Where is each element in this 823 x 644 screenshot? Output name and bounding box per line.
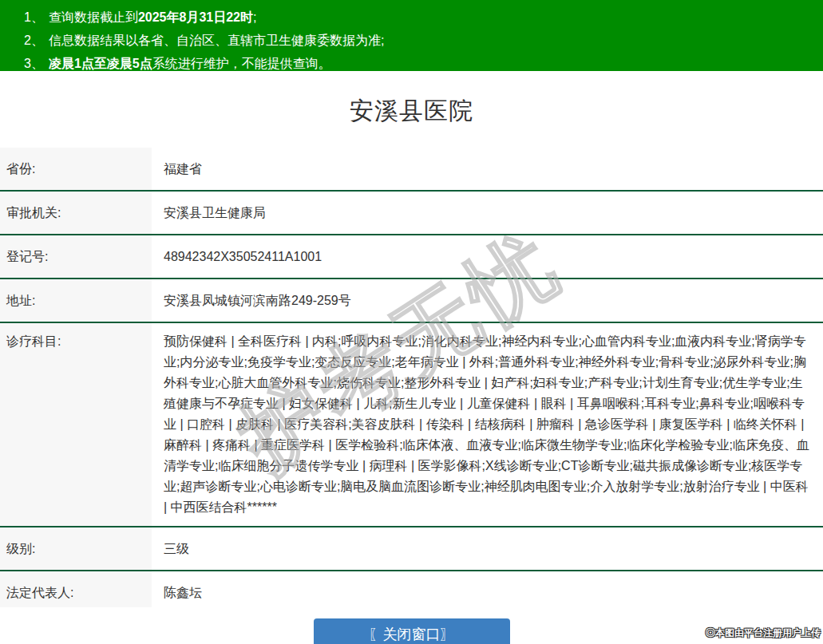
- row-value: 安溪县卫生健康局: [152, 191, 823, 235]
- notice-number: 2、: [24, 34, 49, 47]
- notice-text: 信息数据结果以各省、自治区、直辖市卫生健康委数据为准;: [49, 34, 384, 47]
- notice-banner: 1、查询数据截止到2025年8月31日22时; 2、信息数据结果以各省、自治区、…: [0, 0, 823, 71]
- notice-text: ;: [253, 10, 256, 24]
- table-row-registration-number: 登记号: 48942342X35052411A1001: [0, 235, 823, 279]
- page-title: 安溪县医院: [0, 95, 823, 128]
- row-label: 登记号:: [0, 235, 152, 279]
- hospital-info-table-container: 省份: 福建省 审批机关: 安溪县卫生健康局 登记号: 48942342X350…: [0, 148, 823, 607]
- row-label: 级别:: [0, 527, 152, 571]
- row-value: 48942342X35052411A1001: [152, 235, 823, 279]
- row-label: 法定代表人:: [0, 571, 152, 607]
- page: 1、查询数据截止到2025年8月31日22时; 2、信息数据结果以各省、自治区、…: [0, 0, 823, 644]
- table-row-level: 级别: 三级: [0, 527, 823, 571]
- notice-text-bold: 2025年8月31日22时: [138, 10, 253, 24]
- close-window-button[interactable]: 〖关闭窗口〗: [314, 618, 510, 644]
- table-row-province: 省份: 福建省: [0, 148, 823, 191]
- title-area: 安溪县医院: [0, 71, 823, 148]
- notice-number: 3、: [24, 57, 49, 70]
- table-row-approval-authority: 审批机关: 安溪县卫生健康局: [0, 191, 823, 235]
- table-row-address: 地址: 安溪县凤城镇河滨南路249-259号: [0, 279, 823, 322]
- notice-line-1: 1、查询数据截止到2025年8月31日22时;: [24, 6, 815, 29]
- row-value: 三级: [152, 527, 823, 571]
- notice-number: 1、: [24, 10, 49, 24]
- uploader-stamp: ◎本图由平台注册用户上传: [706, 626, 821, 640]
- row-label: 诊疗科目:: [0, 322, 152, 527]
- row-label: 地址:: [0, 279, 152, 322]
- row-value: 福建省: [152, 148, 823, 191]
- notice-line-2: 2、信息数据结果以各省、自治区、直辖市卫生健康委数据为准;: [24, 29, 815, 52]
- row-value: 陈鑫坛: [152, 571, 823, 607]
- button-bar: 〖关闭窗口〗: [0, 618, 823, 644]
- row-label: 审批机关:: [0, 191, 152, 235]
- row-value: 预防保健科 | 全科医疗科 | 内科;呼吸内科专业;消化内科专业;神经内科专业;…: [152, 322, 823, 527]
- table-row-medical-departments: 诊疗科目: 预防保健科 | 全科医疗科 | 内科;呼吸内科专业;消化内科专业;神…: [0, 322, 823, 527]
- notice-text: 系统进行维护，不能提供查询。: [152, 57, 331, 70]
- hospital-info-table: 省份: 福建省 审批机关: 安溪县卫生健康局 登记号: 48942342X350…: [0, 148, 823, 607]
- notice-text: 查询数据截止到: [49, 10, 138, 24]
- table-row-legal-representative: 法定代表人: 陈鑫坛: [0, 571, 823, 607]
- notice-text-bold: 凌晨1点至凌晨5点: [49, 57, 152, 70]
- row-label: 省份:: [0, 148, 152, 191]
- row-value: 安溪县凤城镇河滨南路249-259号: [152, 279, 823, 322]
